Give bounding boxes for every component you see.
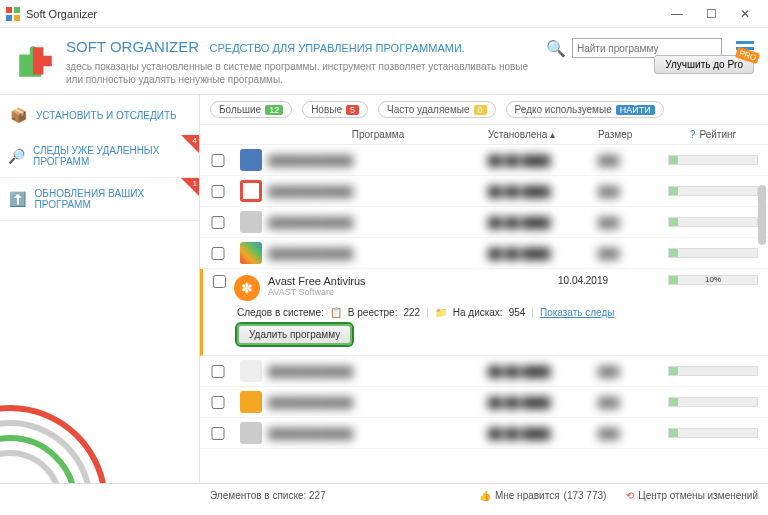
header: SOFT ORGANIZER СРЕДСТВО ДЛЯ УПРАВЛЕНИЯ П… bbox=[0, 28, 768, 94]
svg-rect-0 bbox=[6, 7, 12, 13]
table-row[interactable]: ██████████████.██.███████ bbox=[200, 387, 768, 418]
col-program[interactable]: Программа bbox=[268, 129, 488, 140]
program-date: 10.04.2019 bbox=[558, 275, 668, 286]
thumbs-up-icon: 👍 bbox=[479, 490, 491, 501]
rating-bar: 10% bbox=[668, 275, 758, 285]
header-subtitle: СРЕДСТВО ДЛЯ УПРАВЛЕНИЯ ПРОГРАММАМИ. bbox=[210, 42, 465, 54]
sidebar-item-traces[interactable]: 🔎 СЛЕДЫ УЖЕ УДАЛЕННЫХ ПРОГРАММ 4 bbox=[0, 135, 199, 178]
program-list: ██████████████.██.███████ ██████████████… bbox=[200, 145, 768, 483]
updates-icon: ⬆️ bbox=[8, 189, 27, 209]
table-header: Программа Установлена ▴ Размер ?Рейтинг bbox=[200, 125, 768, 145]
scrollbar-thumb[interactable] bbox=[758, 185, 766, 245]
sidebar-item-label: УСТАНОВИТЬ И ОТСЛЕДИТЬ bbox=[36, 110, 177, 121]
status-count-label: Элементов в списке: bbox=[210, 490, 306, 501]
svg-rect-2 bbox=[6, 14, 12, 20]
sidebar-item-label: СЛЕДЫ УЖЕ УДАЛЕННЫХ ПРОГРАММ bbox=[33, 145, 191, 167]
upgrade-label: Улучшить до Pro bbox=[665, 59, 743, 70]
traces-label: Следов в системе: bbox=[237, 307, 324, 318]
install-icon: 📦 bbox=[8, 105, 28, 125]
table-row[interactable]: ██████████████.██.███████ bbox=[200, 356, 768, 387]
row-checkbox[interactable] bbox=[210, 427, 226, 440]
table-row[interactable]: ██████████████.██.███████ bbox=[200, 145, 768, 176]
like-button[interactable]: 👍Мне нравится (173 773) bbox=[479, 490, 606, 501]
disk-icon: 📁 bbox=[435, 307, 447, 318]
row-checkbox[interactable] bbox=[210, 216, 226, 229]
svg-rect-3 bbox=[14, 14, 20, 20]
selected-row[interactable]: ✽ Avast Free Antivirus AVAST Software 10… bbox=[200, 269, 768, 356]
disk-count: 954 bbox=[509, 307, 526, 318]
close-button[interactable]: ✕ bbox=[728, 4, 762, 24]
filter-new[interactable]: Новые5 bbox=[302, 101, 368, 118]
registry-label: В реестре: bbox=[348, 307, 398, 318]
search-icon: 🔍 bbox=[546, 39, 566, 58]
program-vendor: AVAST Software bbox=[268, 287, 366, 297]
row-checkbox[interactable] bbox=[210, 396, 226, 409]
table-row[interactable]: ██████████████.██.███████ bbox=[200, 238, 768, 269]
disk-label: На дисках: bbox=[453, 307, 503, 318]
show-traces-link[interactable]: Показать следы bbox=[540, 307, 615, 318]
titlebar: Soft Organizer — ☐ ✕ bbox=[0, 0, 768, 28]
filters-bar: Большие12 Новые5 Часто удаляемые0 Редко … bbox=[200, 95, 768, 125]
col-installed[interactable]: Установлена ▴ bbox=[488, 129, 598, 140]
row-checkbox[interactable] bbox=[213, 275, 226, 288]
program-name: Avast Free Antivirus bbox=[268, 275, 366, 287]
undo-center-button[interactable]: ⟲Центр отмены изменений bbox=[626, 490, 758, 501]
sidebar: 📦 УСТАНОВИТЬ И ОТСЛЕДИТЬ 🔎 СЛЕДЫ УЖЕ УДА… bbox=[0, 95, 200, 483]
filter-rarely-used[interactable]: Редко используемыеНАЙТИ bbox=[506, 101, 664, 118]
minimize-button[interactable]: — bbox=[660, 4, 694, 24]
app-icon bbox=[6, 7, 20, 21]
row-checkbox[interactable] bbox=[210, 247, 226, 260]
badge-count: 1 bbox=[193, 179, 197, 188]
svg-rect-1 bbox=[14, 7, 20, 13]
table-row[interactable]: ██████████████.██.███████ bbox=[200, 176, 768, 207]
logo-icon bbox=[14, 42, 56, 84]
undo-icon: ⟲ bbox=[626, 490, 634, 501]
window-title: Soft Organizer bbox=[26, 8, 660, 20]
row-checkbox[interactable] bbox=[210, 185, 226, 198]
sidebar-item-updates[interactable]: ⬆️ ОБНОВЛЕНИЯ ВАШИХ ПРОГРАММ 1 bbox=[0, 178, 199, 221]
col-rating[interactable]: ?Рейтинг bbox=[668, 129, 758, 140]
sidebar-item-label: ОБНОВЛЕНИЯ ВАШИХ ПРОГРАММ bbox=[35, 188, 191, 210]
upgrade-button[interactable]: Улучшить до Pro PRO bbox=[654, 55, 754, 74]
status-bar: Элементов в списке: 227 👍Мне нравится (1… bbox=[0, 483, 768, 507]
table-row[interactable]: ██████████████.██.███████ bbox=[200, 418, 768, 449]
row-checkbox[interactable] bbox=[210, 365, 226, 378]
header-title: SOFT ORGANIZER bbox=[66, 38, 199, 55]
delete-program-button[interactable]: Удалить программу bbox=[237, 324, 352, 345]
status-count: 227 bbox=[309, 490, 326, 501]
svg-point-7 bbox=[0, 453, 60, 483]
header-description: здесь показаны установленные в системе п… bbox=[66, 60, 546, 86]
registry-count: 222 bbox=[403, 307, 420, 318]
filter-large[interactable]: Большие12 bbox=[210, 101, 292, 118]
traces-icon: 🔎 bbox=[8, 146, 25, 166]
avast-icon: ✽ bbox=[234, 275, 260, 301]
row-checkbox[interactable] bbox=[210, 154, 226, 167]
decoration-arcs bbox=[0, 383, 160, 483]
table-row[interactable]: ██████████████.██.███████ bbox=[200, 207, 768, 238]
badge-count: 4 bbox=[193, 136, 197, 145]
registry-icon: 📋 bbox=[330, 307, 342, 318]
maximize-button[interactable]: ☐ bbox=[694, 4, 728, 24]
filter-often-removed[interactable]: Часто удаляемые0 bbox=[378, 101, 496, 118]
sidebar-item-install[interactable]: 📦 УСТАНОВИТЬ И ОТСЛЕДИТЬ bbox=[0, 95, 199, 135]
col-size[interactable]: Размер bbox=[598, 129, 668, 140]
